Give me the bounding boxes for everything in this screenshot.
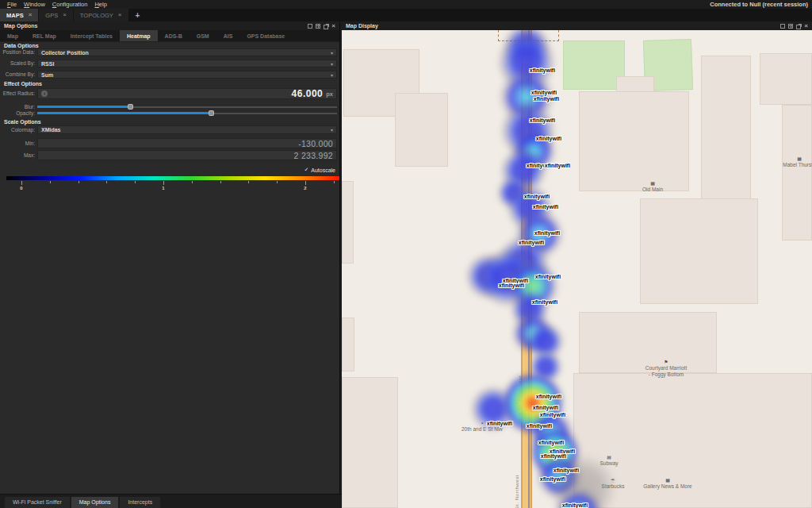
autoscale-checkbox[interactable]: ✓ Autoscale <box>304 167 335 173</box>
max-input[interactable]: 2 233.992 <box>37 150 337 160</box>
grid-poi-icon: ▦ <box>643 478 691 483</box>
map-canvas[interactable]: 20th St. Northwest20th St. Northwest20th… <box>342 30 812 508</box>
heatmap-options-content: Data Options Position Data: Collector Po… <box>0 42 339 487</box>
max-value: 2 233.992 <box>294 151 333 160</box>
building-footprint <box>760 53 812 105</box>
grid-poi-icon: ▦ <box>783 156 812 162</box>
menu-configuration[interactable]: Configuration <box>52 1 88 8</box>
wifi-ssid-label: xfinitywifi <box>534 230 560 236</box>
data-options-heading: Data Options <box>4 43 39 48</box>
building-footprint <box>579 91 689 191</box>
blur-slider[interactable] <box>37 104 337 110</box>
workspace-tab-topology[interactable]: TOPOLOGY× <box>74 9 128 21</box>
opacity-label: Opacity: <box>0 110 35 116</box>
tab-ads-b[interactable]: ADS-B <box>158 30 190 41</box>
bottom-tab-wi-fi-packet-sniffer[interactable]: Wi-Fi Packet Sniffer <box>5 497 70 508</box>
wifi-ssid-label: xfinitywifi <box>541 453 566 459</box>
maximize-icon[interactable] <box>780 24 785 29</box>
building-footprint <box>395 93 448 167</box>
menu-bar-items: FileWindowConfigurationHelp <box>0 1 107 8</box>
tab-close-icon[interactable]: × <box>63 12 67 18</box>
position-data-value: Collector Position <box>41 50 89 56</box>
building-footprint <box>640 198 758 304</box>
float-icon[interactable] <box>796 25 801 29</box>
tab-intercept-tables[interactable]: Intercept Tables <box>63 30 120 41</box>
wifi-ssid-label: xfinitywifi <box>540 412 565 418</box>
tab-gps-database[interactable]: GPS Database <box>239 30 292 41</box>
slider-fill <box>37 112 211 114</box>
bottom-tab-intercepts[interactable]: Intercepts <box>120 497 160 508</box>
chevron-down-icon: ▾ <box>331 72 333 78</box>
tab-rel-map[interactable]: REL Map <box>25 30 63 41</box>
min-input[interactable]: -130.000 <box>37 138 337 148</box>
road-name-label: 20th St. Northwest <box>515 475 519 508</box>
position-data-label: Position Data: <box>0 48 35 56</box>
wifi-ssid-label: xfinitywifi <box>524 194 550 199</box>
wifi-ssid-label: xfinitywifi <box>536 136 561 141</box>
effect-radius-value: 46.000 <box>292 88 324 99</box>
effect-radius-label: Effect Radius: <box>0 88 35 99</box>
position-data-select[interactable]: Collector Position ▾ <box>37 48 337 56</box>
effect-options-heading: Effect Options <box>4 81 42 87</box>
maximize-icon[interactable] <box>308 24 312 29</box>
tab-gsm[interactable]: GSM <box>190 30 216 41</box>
combine-by-value: Sum <box>41 72 53 78</box>
map-options-panel: Map Options × MapREL MapIntercept Tables… <box>0 21 340 494</box>
wifi-ssid-label: xfinitywifi <box>527 423 552 429</box>
scale-options-heading: Scale Options <box>4 119 41 125</box>
bottom-tab-bar: Wi-Fi Packet SnifferMap OptionsIntercept… <box>0 494 342 508</box>
colorbar-tick-label: 0 <box>20 186 22 190</box>
connection-status: Connected to Null (recent session) <box>710 1 808 8</box>
float-icon[interactable] <box>324 25 328 29</box>
map-options-tab-bar: MapREL MapIntercept TablesHeatmapADS-BGS… <box>0 30 339 42</box>
close-icon[interactable]: × <box>331 24 335 29</box>
slider-handle[interactable] <box>128 104 133 110</box>
panel-title: Map Display <box>346 23 378 29</box>
grid-icon[interactable] <box>316 24 320 29</box>
combine-by-select[interactable]: Sum ▾ <box>37 71 337 79</box>
tab-close-icon[interactable]: × <box>29 12 33 18</box>
colormap-select[interactable]: XMidas ▾ <box>37 125 337 134</box>
colorbar-tick-label: 2 <box>304 186 306 190</box>
building-footprint <box>782 105 812 241</box>
wifi-ssid-label: xfinitywifi <box>530 67 555 73</box>
poi-label-courtyard-marriott: ⚑Courtyard Marriott- Foggy Bottom <box>645 360 687 378</box>
workspace-tab-bar: MAPS×GPS×TOPOLOGY× + <box>0 9 812 21</box>
menu-file[interactable]: File <box>7 1 17 8</box>
wifi-ssid-label: xfinitywifi <box>533 405 558 410</box>
colormap-label: Colormap: <box>0 125 35 134</box>
wifi-ssid-label: xfinitywifi <box>530 117 555 123</box>
min-value: -130.000 <box>298 139 333 148</box>
wifi-ssid-label: xfinitywifi <box>535 274 561 279</box>
workspace-tabs: MAPS×GPS×TOPOLOGY× <box>0 9 129 21</box>
menu-window[interactable]: Window <box>24 1 45 8</box>
tab-heatmap[interactable]: Heatmap <box>120 30 158 41</box>
colorbar-major-tick <box>21 181 22 185</box>
menu-bar: FileWindowConfigurationHelp Connected to… <box>0 0 812 9</box>
wifi-ssid-label: xfinitywifi <box>534 96 559 102</box>
wifi-ssid-label: xfinitywifi <box>553 468 579 473</box>
wifi-ssid-label: xfinitywifi <box>545 163 570 168</box>
add-tab-button[interactable]: + <box>129 9 147 21</box>
bottom-tab-map-options[interactable]: Map Options <box>71 497 119 508</box>
poi-label-old-main: ▦Old Main <box>642 181 663 193</box>
workspace-tab-gps[interactable]: GPS× <box>39 9 73 21</box>
scaled-by-select[interactable]: RSSI ▾ <box>37 60 337 67</box>
wifi-ssid-label: xfinitywifi <box>533 204 558 210</box>
combine-by-label: Combine By: <box>0 71 35 79</box>
colorbar-minor-tick <box>106 181 107 183</box>
map-options-panel-header: Map Options × <box>0 21 339 30</box>
tab-close-icon[interactable]: × <box>118 12 122 18</box>
close-icon[interactable]: × <box>804 24 808 29</box>
workspace-tab-maps[interactable]: MAPS× <box>0 9 38 21</box>
building-footprint <box>342 318 354 371</box>
menu-help[interactable]: Help <box>94 1 106 8</box>
tab-map[interactable]: Map <box>0 30 25 41</box>
colorbar-minor-tick <box>50 181 51 183</box>
slider-handle[interactable] <box>209 110 214 116</box>
colorbar-minor-tick <box>192 181 193 183</box>
grid-icon[interactable] <box>788 24 793 29</box>
opacity-slider[interactable] <box>37 110 337 116</box>
tab-ais[interactable]: AIS <box>216 30 240 41</box>
effect-radius-input[interactable]: i 46.000 px <box>37 88 337 99</box>
